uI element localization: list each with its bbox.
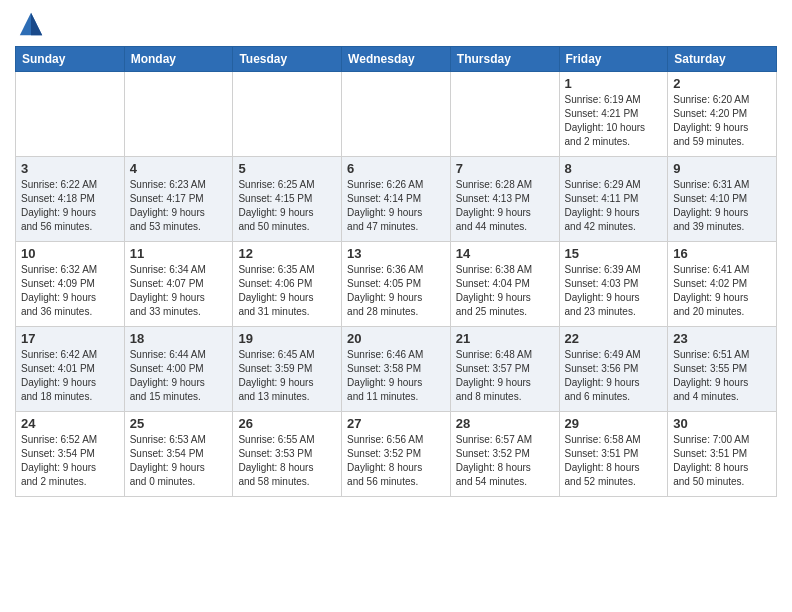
calendar-cell [233,72,342,157]
day-number: 23 [673,331,771,346]
calendar-cell: 24Sunrise: 6:52 AM Sunset: 3:54 PM Dayli… [16,412,125,497]
day-info: Sunrise: 6:42 AM Sunset: 4:01 PM Dayligh… [21,348,119,404]
day-info: Sunrise: 6:57 AM Sunset: 3:52 PM Dayligh… [456,433,554,489]
day-info: Sunrise: 6:49 AM Sunset: 3:56 PM Dayligh… [565,348,663,404]
calendar-cell: 14Sunrise: 6:38 AM Sunset: 4:04 PM Dayli… [450,242,559,327]
calendar-cell: 7Sunrise: 6:28 AM Sunset: 4:13 PM Daylig… [450,157,559,242]
header [15,10,777,38]
day-number: 14 [456,246,554,261]
calendar-cell: 22Sunrise: 6:49 AM Sunset: 3:56 PM Dayli… [559,327,668,412]
logo-icon [17,10,45,38]
day-number: 2 [673,76,771,91]
calendar-cell: 9Sunrise: 6:31 AM Sunset: 4:10 PM Daylig… [668,157,777,242]
calendar-cell: 13Sunrise: 6:36 AM Sunset: 4:05 PM Dayli… [342,242,451,327]
day-info: Sunrise: 6:53 AM Sunset: 3:54 PM Dayligh… [130,433,228,489]
calendar-week-4: 17Sunrise: 6:42 AM Sunset: 4:01 PM Dayli… [16,327,777,412]
calendar-cell [342,72,451,157]
calendar-cell [450,72,559,157]
day-number: 30 [673,416,771,431]
calendar-week-1: 1Sunrise: 6:19 AM Sunset: 4:21 PM Daylig… [16,72,777,157]
calendar-cell: 18Sunrise: 6:44 AM Sunset: 4:00 PM Dayli… [124,327,233,412]
day-number: 3 [21,161,119,176]
day-info: Sunrise: 6:34 AM Sunset: 4:07 PM Dayligh… [130,263,228,319]
calendar-table: SundayMondayTuesdayWednesdayThursdayFrid… [15,46,777,497]
calendar-cell: 4Sunrise: 6:23 AM Sunset: 4:17 PM Daylig… [124,157,233,242]
calendar-page: SundayMondayTuesdayWednesdayThursdayFrid… [0,0,792,512]
day-number: 11 [130,246,228,261]
day-info: Sunrise: 6:29 AM Sunset: 4:11 PM Dayligh… [565,178,663,234]
day-number: 1 [565,76,663,91]
day-info: Sunrise: 6:20 AM Sunset: 4:20 PM Dayligh… [673,93,771,149]
day-number: 9 [673,161,771,176]
day-info: Sunrise: 6:32 AM Sunset: 4:09 PM Dayligh… [21,263,119,319]
weekday-header-monday: Monday [124,47,233,72]
calendar-week-2: 3Sunrise: 6:22 AM Sunset: 4:18 PM Daylig… [16,157,777,242]
weekday-header-saturday: Saturday [668,47,777,72]
calendar-cell [124,72,233,157]
calendar-cell: 16Sunrise: 6:41 AM Sunset: 4:02 PM Dayli… [668,242,777,327]
calendar-cell: 17Sunrise: 6:42 AM Sunset: 4:01 PM Dayli… [16,327,125,412]
calendar-cell: 2Sunrise: 6:20 AM Sunset: 4:20 PM Daylig… [668,72,777,157]
day-info: Sunrise: 6:28 AM Sunset: 4:13 PM Dayligh… [456,178,554,234]
calendar-cell: 26Sunrise: 6:55 AM Sunset: 3:53 PM Dayli… [233,412,342,497]
calendar-cell: 3Sunrise: 6:22 AM Sunset: 4:18 PM Daylig… [16,157,125,242]
calendar-cell: 6Sunrise: 6:26 AM Sunset: 4:14 PM Daylig… [342,157,451,242]
calendar-cell: 29Sunrise: 6:58 AM Sunset: 3:51 PM Dayli… [559,412,668,497]
day-number: 5 [238,161,336,176]
day-info: Sunrise: 6:55 AM Sunset: 3:53 PM Dayligh… [238,433,336,489]
day-info: Sunrise: 6:48 AM Sunset: 3:57 PM Dayligh… [456,348,554,404]
weekday-header-tuesday: Tuesday [233,47,342,72]
day-info: Sunrise: 6:23 AM Sunset: 4:17 PM Dayligh… [130,178,228,234]
day-info: Sunrise: 6:41 AM Sunset: 4:02 PM Dayligh… [673,263,771,319]
day-info: Sunrise: 7:00 AM Sunset: 3:51 PM Dayligh… [673,433,771,489]
calendar-cell: 27Sunrise: 6:56 AM Sunset: 3:52 PM Dayli… [342,412,451,497]
day-number: 25 [130,416,228,431]
day-number: 24 [21,416,119,431]
day-info: Sunrise: 6:36 AM Sunset: 4:05 PM Dayligh… [347,263,445,319]
day-info: Sunrise: 6:39 AM Sunset: 4:03 PM Dayligh… [565,263,663,319]
calendar-cell: 10Sunrise: 6:32 AM Sunset: 4:09 PM Dayli… [16,242,125,327]
day-number: 17 [21,331,119,346]
calendar-cell: 21Sunrise: 6:48 AM Sunset: 3:57 PM Dayli… [450,327,559,412]
day-number: 6 [347,161,445,176]
day-number: 16 [673,246,771,261]
day-number: 27 [347,416,445,431]
day-number: 8 [565,161,663,176]
calendar-week-3: 10Sunrise: 6:32 AM Sunset: 4:09 PM Dayli… [16,242,777,327]
day-info: Sunrise: 6:25 AM Sunset: 4:15 PM Dayligh… [238,178,336,234]
calendar-cell: 8Sunrise: 6:29 AM Sunset: 4:11 PM Daylig… [559,157,668,242]
day-number: 28 [456,416,554,431]
day-info: Sunrise: 6:44 AM Sunset: 4:00 PM Dayligh… [130,348,228,404]
calendar-cell: 28Sunrise: 6:57 AM Sunset: 3:52 PM Dayli… [450,412,559,497]
day-info: Sunrise: 6:19 AM Sunset: 4:21 PM Dayligh… [565,93,663,149]
day-number: 19 [238,331,336,346]
day-number: 21 [456,331,554,346]
day-info: Sunrise: 6:52 AM Sunset: 3:54 PM Dayligh… [21,433,119,489]
day-info: Sunrise: 6:22 AM Sunset: 4:18 PM Dayligh… [21,178,119,234]
day-number: 22 [565,331,663,346]
day-number: 26 [238,416,336,431]
weekday-header-friday: Friday [559,47,668,72]
calendar-week-5: 24Sunrise: 6:52 AM Sunset: 3:54 PM Dayli… [16,412,777,497]
day-info: Sunrise: 6:46 AM Sunset: 3:58 PM Dayligh… [347,348,445,404]
day-info: Sunrise: 6:31 AM Sunset: 4:10 PM Dayligh… [673,178,771,234]
weekday-header-wednesday: Wednesday [342,47,451,72]
day-number: 18 [130,331,228,346]
day-info: Sunrise: 6:45 AM Sunset: 3:59 PM Dayligh… [238,348,336,404]
day-number: 20 [347,331,445,346]
day-number: 29 [565,416,663,431]
weekday-header-sunday: Sunday [16,47,125,72]
logo [15,10,45,38]
calendar-cell: 25Sunrise: 6:53 AM Sunset: 3:54 PM Dayli… [124,412,233,497]
day-number: 10 [21,246,119,261]
calendar-cell: 15Sunrise: 6:39 AM Sunset: 4:03 PM Dayli… [559,242,668,327]
calendar-cell: 20Sunrise: 6:46 AM Sunset: 3:58 PM Dayli… [342,327,451,412]
calendar-cell: 11Sunrise: 6:34 AM Sunset: 4:07 PM Dayli… [124,242,233,327]
calendar-cell: 19Sunrise: 6:45 AM Sunset: 3:59 PM Dayli… [233,327,342,412]
day-number: 4 [130,161,228,176]
svg-marker-1 [31,13,42,35]
weekday-header-thursday: Thursday [450,47,559,72]
day-info: Sunrise: 6:51 AM Sunset: 3:55 PM Dayligh… [673,348,771,404]
weekday-header-row: SundayMondayTuesdayWednesdayThursdayFrid… [16,47,777,72]
calendar-cell [16,72,125,157]
